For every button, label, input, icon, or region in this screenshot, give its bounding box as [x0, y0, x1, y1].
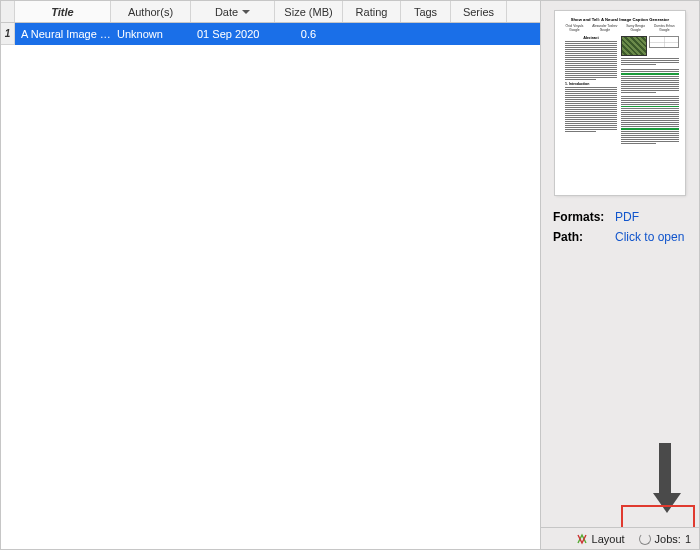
layout-button[interactable]: Layout — [576, 533, 625, 545]
col-header-tags[interactable]: Tags — [401, 1, 451, 22]
cell-date[interactable]: 01 Sep 2020 — [191, 23, 275, 45]
preview-section-heading: 1. Introduction — [565, 82, 617, 86]
preview-abstract-heading: Abstract — [565, 36, 617, 40]
cell-series[interactable] — [451, 23, 507, 45]
cell-tags[interactable] — [401, 23, 451, 45]
preview-author: Dumitru Erhan Google — [650, 25, 679, 32]
app-window: Title Author(s) Date Size (MB) Rating Ta… — [0, 0, 700, 550]
col-header-title[interactable]: Title — [15, 1, 111, 22]
preview-paper-title: Show and Tell: A Neural Image Caption Ge… — [555, 17, 685, 22]
col-header-author[interactable]: Author(s) — [111, 1, 191, 22]
preview-author: Alexander Toshev Google — [588, 25, 622, 32]
layout-label: Layout — [592, 533, 625, 545]
preview-col-right — [621, 36, 679, 145]
layout-icon — [576, 533, 588, 545]
col-header-series[interactable]: Series — [451, 1, 507, 22]
preview-table-thumb — [649, 36, 679, 48]
col-header-rating[interactable]: Rating — [343, 1, 401, 22]
annotation-arrow-icon — [653, 443, 677, 513]
jobs-label: Jobs: — [655, 533, 681, 545]
cell-rating[interactable] — [343, 23, 401, 45]
jobs-indicator[interactable]: Jobs: 1 — [639, 533, 691, 545]
col-header-date[interactable]: Date — [191, 1, 275, 22]
cell-size[interactable]: 0.6 — [275, 23, 343, 45]
meta-formats-label: Formats: — [553, 207, 615, 227]
col-header-tail — [507, 1, 540, 22]
cell-author[interactable]: Unknown — [111, 23, 191, 45]
col-header-rating-label: Rating — [356, 6, 388, 18]
col-header-size[interactable]: Size (MB) — [275, 1, 343, 22]
cell-title[interactable]: A Neural Image … — [15, 23, 111, 45]
col-header-tags-label: Tags — [414, 6, 437, 18]
meta-formats-link[interactable]: PDF — [615, 207, 639, 227]
cover-preview-wrap: Show and Tell: A Neural Image Caption Ge… — [541, 1, 699, 203]
row-number-header — [1, 1, 15, 22]
row-number: 1 — [1, 23, 15, 45]
col-header-author-label: Author(s) — [128, 6, 173, 18]
table-row[interactable]: 1 A Neural Image … Unknown 01 Sep 2020 0… — [1, 23, 540, 45]
col-header-size-label: Size (MB) — [284, 6, 332, 18]
preview-author: Oriol Vinyals Google — [561, 25, 588, 32]
library-table-panel: Title Author(s) Date Size (MB) Rating Ta… — [1, 1, 541, 549]
preview-authors: Oriol Vinyals Google Alexander Toshev Go… — [555, 25, 685, 32]
jobs-count: 1 — [685, 533, 691, 545]
preview-col-left: Abstract 1. Introduction — [565, 36, 617, 145]
status-bar: Layout Jobs: 1 — [541, 527, 699, 549]
book-metadata: Formats: PDF Path: Click to open — [541, 203, 699, 252]
col-header-series-label: Series — [463, 6, 494, 18]
meta-path-link[interactable]: Click to open — [615, 227, 684, 247]
preview-figure-thumb — [621, 36, 647, 56]
jobs-spinner-icon — [639, 533, 651, 545]
meta-path-label: Path: — [553, 227, 615, 247]
meta-row-formats: Formats: PDF — [553, 207, 687, 227]
col-header-title-label: Title — [51, 6, 73, 18]
preview-body: Abstract 1. Introduction — [555, 32, 685, 145]
sort-indicator-icon — [242, 10, 250, 14]
meta-row-path: Path: Click to open — [553, 227, 687, 247]
table-body[interactable]: 1 A Neural Image … Unknown 01 Sep 2020 0… — [1, 23, 540, 549]
cover-preview[interactable]: Show and Tell: A Neural Image Caption Ge… — [555, 11, 685, 195]
book-details-panel: Show and Tell: A Neural Image Caption Ge… — [541, 1, 699, 549]
col-header-date-label: Date — [215, 6, 238, 18]
cell-tail — [507, 23, 540, 45]
table-header-row: Title Author(s) Date Size (MB) Rating Ta… — [1, 1, 540, 23]
preview-author: Samy Bengio Google — [622, 25, 650, 32]
